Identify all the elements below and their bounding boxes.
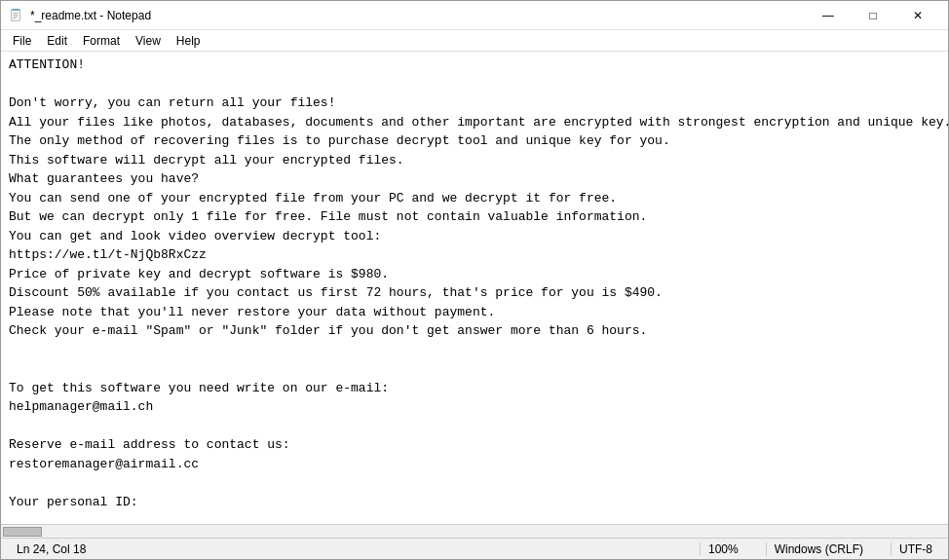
cursor-position: Ln 24, Col 18 [9, 542, 94, 556]
scrollbar-track [3, 527, 946, 537]
menu-file[interactable]: File [5, 32, 39, 50]
line-ending: Windows (CRLF) [766, 542, 871, 556]
maximize-button[interactable]: □ [851, 1, 895, 30]
menu-format[interactable]: Format [75, 32, 128, 50]
title-bar-left: *_readme.txt - Notepad [9, 8, 151, 23]
menu-bar: File Edit Format View Help [1, 30, 948, 52]
horizontal-scrollbar[interactable] [1, 524, 948, 538]
notepad-icon [9, 8, 24, 23]
menu-view[interactable]: View [128, 32, 169, 50]
window-controls: — □ ✕ [806, 1, 940, 30]
title-bar: *_readme.txt - Notepad — □ ✕ [1, 1, 948, 30]
content-area [1, 52, 948, 524]
svg-rect-1 [13, 9, 19, 11]
notepad-window: *_readme.txt - Notepad — □ ✕ File Edit F… [0, 0, 949, 560]
scrollbar-thumb[interactable] [3, 527, 42, 537]
zoom-level: 100% [700, 542, 746, 556]
menu-edit[interactable]: Edit [39, 32, 75, 50]
status-bar: Ln 24, Col 18 100% Windows (CRLF) UTF-8 [1, 538, 948, 559]
text-editor[interactable] [1, 52, 948, 524]
menu-help[interactable]: Help [169, 32, 209, 50]
minimize-button[interactable]: — [806, 1, 851, 30]
encoding: UTF-8 [891, 542, 940, 556]
close-button[interactable]: ✕ [895, 1, 940, 30]
window-title: *_readme.txt - Notepad [30, 9, 151, 22]
